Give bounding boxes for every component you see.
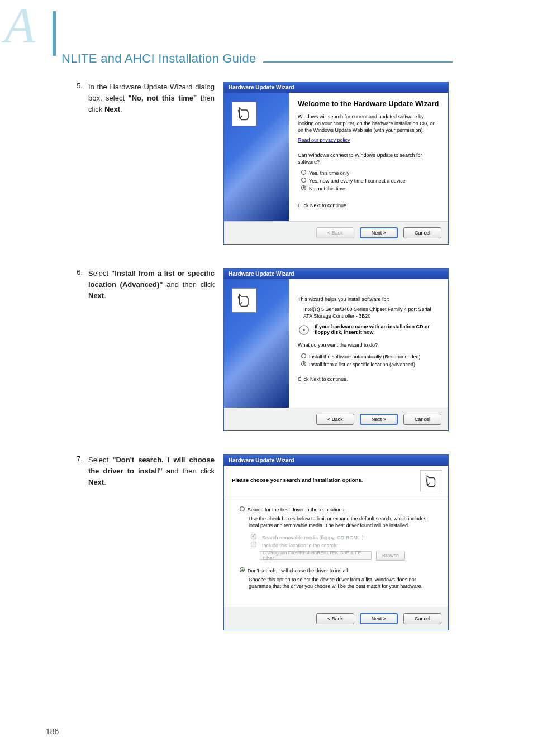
- step-text: Select: [88, 456, 112, 464]
- hardware-icon: [232, 102, 256, 126]
- wizard-text: This wizard helps you install software f…: [298, 296, 439, 303]
- wizard-text: Click Next to continue.: [298, 376, 439, 382]
- next-button[interactable]: Next >: [360, 414, 398, 425]
- radio-label: Yes, this time only: [309, 170, 349, 176]
- radio-label: No, not this time: [309, 186, 345, 192]
- cd-hint: If your hardware came with an installati…: [298, 324, 439, 336]
- option-description: Use the check boxes below to limit or ex…: [249, 515, 437, 529]
- radio-icon: [301, 178, 306, 183]
- cd-text: If your hardware came with an installati…: [315, 324, 439, 335]
- wizard-titlebar: Hardware Update Wizard: [224, 269, 448, 279]
- step-bold: "No, not this time": [128, 94, 197, 102]
- wizard-text: What do you want the wizard to do?: [298, 342, 439, 348]
- wizard-side-graphic: [224, 93, 289, 221]
- step-number: 6.: [70, 268, 88, 276]
- page-header: NLITE and AHCI Installation Guide: [61, 51, 453, 66]
- checkbox-include-location: Include this location in the search:: [251, 541, 437, 549]
- back-button[interactable]: < Back: [316, 613, 354, 624]
- back-button[interactable]: < Back: [316, 414, 354, 425]
- step-number: 5.: [70, 82, 88, 90]
- wizard-text: Can Windows connect to Windows Update to…: [298, 152, 439, 165]
- radio-search[interactable]: Search for the best driver in these loca…: [240, 505, 437, 513]
- radio-icon: [301, 353, 306, 358]
- checkbox-removable: Search removable media (floppy, CD-ROM..…: [251, 533, 437, 541]
- radio-dont-search[interactable]: Don't search. I will choose the driver t…: [240, 566, 437, 574]
- radio-yes-every-time[interactable]: Yes, now and every time I connect a devi…: [301, 176, 439, 184]
- step-text: and then click: [163, 280, 215, 289]
- checkbox-label: Include this location in the search:: [262, 543, 338, 548]
- device-name: Intel(R) 5 Series/3400 Series Chipset Fa…: [303, 306, 439, 319]
- radio-icon: [301, 361, 306, 366]
- step-text: .: [120, 105, 122, 113]
- step-text: .: [104, 291, 106, 300]
- checkbox-icon: [251, 542, 256, 547]
- step-text: and then click: [163, 467, 215, 475]
- privacy-policy-link[interactable]: Read our privacy policy: [298, 137, 350, 143]
- wizard-text: Click Next to continue.: [298, 202, 439, 209]
- step-bold: Next: [104, 105, 120, 113]
- next-button[interactable]: Next >: [360, 227, 398, 238]
- wizard-dialog-3: Hardware Update Wizard Please choose you…: [223, 454, 449, 630]
- next-button[interactable]: Next >: [360, 613, 398, 624]
- page-content: 5. In the Hardware Update Wizard dialog …: [70, 82, 450, 630]
- option-description: Choose this option to select the device …: [249, 576, 437, 590]
- radio-icon: [240, 506, 245, 511]
- radio-label: Yes, now and every time I connect a devi…: [309, 178, 406, 184]
- step-bold: Next: [88, 291, 104, 300]
- cancel-button[interactable]: Cancel: [403, 414, 441, 425]
- wizard-subheading: Please choose your search and installati…: [232, 477, 363, 483]
- checkbox-label: Search removable media (floppy, CD-ROM..…: [262, 535, 363, 540]
- step-7: 7. Select "Don't search. I will choose t…: [70, 454, 450, 630]
- wizard-text: Windows will search for current and upda…: [298, 113, 439, 133]
- radio-label: Search for the best driver in these loca…: [248, 507, 346, 513]
- radio-icon: [301, 185, 306, 190]
- wizard-dialog-2: Hardware Update Wizard This wizard helps…: [223, 268, 449, 431]
- radio-advanced[interactable]: Install from a list or specific location…: [301, 360, 439, 368]
- radio-label: Don't search. I will choose the driver t…: [248, 568, 349, 573]
- path-field: C:\Program Files\Realtek\REALTEK GbE & F…: [260, 551, 372, 560]
- back-button: < Back: [316, 227, 354, 238]
- appendix-letter: A: [4, 8, 33, 43]
- wizard-titlebar: Hardware Update Wizard: [224, 455, 448, 466]
- wizard-heading: Welcome to the Hardware Update Wizard: [298, 99, 439, 108]
- step-bold: Next: [88, 478, 104, 486]
- step-5: 5. In the Hardware Update Wizard dialog …: [70, 82, 450, 245]
- step-instruction: In the Hardware Update Wizard dialog box…: [88, 82, 215, 115]
- radio-label: Install the software automatically (Reco…: [309, 354, 421, 360]
- hardware-icon: [420, 470, 442, 492]
- radio-no-not-now[interactable]: No, not this time: [301, 184, 439, 192]
- header-rule: [263, 61, 453, 63]
- browse-button: Browse: [376, 551, 405, 561]
- radio-label: Install from a list or specific location…: [309, 362, 415, 367]
- step-6: 6. Select "Install from a list or specif…: [70, 268, 450, 431]
- page-title: NLITE and AHCI Installation Guide: [61, 51, 256, 66]
- wizard-titlebar: Hardware Update Wizard: [224, 82, 448, 93]
- cancel-button[interactable]: Cancel: [403, 227, 441, 238]
- radio-auto[interactable]: Install the software automatically (Reco…: [301, 352, 439, 360]
- radio-icon: [301, 170, 306, 175]
- wizard-side-graphic: [224, 279, 289, 408]
- checkbox-icon: [251, 534, 256, 539]
- step-text: Select: [88, 269, 111, 277]
- radio-yes-this-time[interactable]: Yes, this time only: [301, 169, 439, 176]
- page-number: 186: [46, 727, 59, 736]
- step-text: .: [104, 478, 106, 486]
- step-instruction: Select "Install from a list or specific …: [88, 268, 215, 302]
- wizard-dialog-1: Hardware Update Wizard Welcome to the Ha…: [223, 82, 449, 245]
- svg-point-1: [303, 329, 305, 331]
- cancel-button[interactable]: Cancel: [403, 613, 441, 624]
- hardware-icon: [232, 288, 256, 313]
- step-instruction: Select "Don't search. I will choose the …: [88, 454, 215, 488]
- cd-icon: [298, 324, 310, 336]
- radio-icon: [240, 567, 245, 572]
- step-number: 7.: [70, 454, 88, 463]
- header-vertical-accent: [53, 11, 56, 56]
